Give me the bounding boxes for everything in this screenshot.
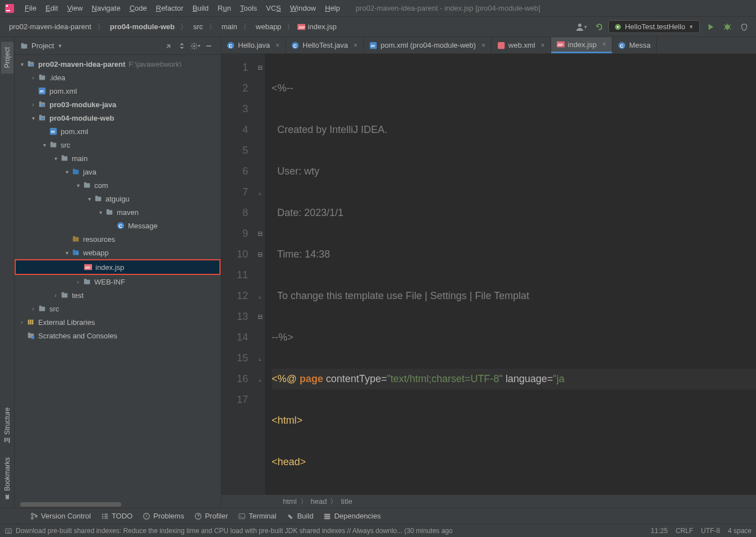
tree-pro04[interactable]: ▾pro04-module-web (15, 111, 221, 125)
status-message[interactable]: Download pre-built shared indexes: Reduc… (4, 527, 651, 535)
ecrumb-html[interactable]: html (283, 497, 297, 506)
tree-main[interactable]: ▾main (15, 152, 221, 165)
svg-rect-2 (6, 10, 10, 11)
tree-java[interactable]: ▾java (15, 165, 221, 178)
tree-scratches[interactable]: Scratches and Consoles (15, 329, 221, 342)
ecrumb-title[interactable]: title (341, 497, 352, 506)
tool-build[interactable]: Build (286, 512, 313, 520)
tree-webapp[interactable]: ▾webapp (15, 246, 221, 259)
close-icon[interactable]: × (276, 42, 280, 49)
user-icon[interactable]: ▾ (575, 21, 587, 33)
crumb-main[interactable]: main (219, 21, 240, 32)
tree-pro03[interactable]: ›pro03-moduke-java (15, 98, 221, 111)
svg-rect-31 (62, 157, 68, 161)
menu-view[interactable]: View (62, 2, 87, 15)
tool-version-control[interactable]: Version Control (30, 512, 91, 520)
menu-navigate[interactable]: Navigate (87, 2, 125, 15)
tool-problems[interactable]: Problems (143, 512, 184, 520)
run-config-selector[interactable]: HelloTest.testHello ▼ (608, 20, 700, 33)
code-content[interactable]: <%-- Created by IntelliJ IDEA. User: wty… (265, 54, 756, 494)
tool-terminal[interactable]: Terminal (238, 512, 276, 520)
run-icon[interactable] (704, 21, 717, 33)
svg-rect-1 (6, 5, 8, 7)
svg-rect-80 (102, 517, 104, 518)
tree-src[interactable]: ▾src (15, 138, 221, 152)
svg-rect-40 (107, 209, 109, 211)
tree-resources[interactable]: resources (15, 232, 221, 246)
tree-atguigu[interactable]: ▾atguigu (15, 192, 221, 205)
tab-index-jsp[interactable]: JSPindex.jsp× (551, 37, 612, 53)
coverage-icon[interactable] (738, 21, 750, 33)
editor-body[interactable]: 1234567891011121314151617 ⊟⌞⊟⊟⌞⊟⌞⌞ <%-- … (221, 54, 756, 494)
svg-rect-81 (104, 517, 108, 518)
close-icon[interactable]: × (541, 42, 545, 49)
menu-refactor[interactable]: Refactor (152, 2, 188, 15)
tree-com[interactable]: ▾com (15, 178, 221, 192)
back-icon[interactable] (592, 21, 604, 33)
menu-build[interactable]: Build (188, 2, 213, 15)
tab-message[interactable]: CMessa (612, 37, 657, 53)
tab-hello-java[interactable]: CHello.java× (221, 37, 286, 53)
tree-webinf[interactable]: ›WEB-INF (15, 275, 221, 288)
svg-rect-79 (104, 516, 108, 517)
menu-help[interactable]: Help (320, 2, 345, 15)
project-scrollbar[interactable] (15, 502, 206, 508)
crumb-src[interactable]: src (191, 21, 205, 32)
status-cursor[interactable]: 11:25 (651, 527, 668, 535)
expand-all-icon[interactable] (176, 40, 188, 52)
tree-src2[interactable]: ›src (15, 302, 221, 315)
tree-extlib[interactable]: ›External Libraries (15, 315, 221, 329)
svg-rect-54 (39, 307, 45, 311)
tab-hellotest-java[interactable]: CHelloTest.java× (286, 37, 364, 53)
svg-text:C: C (620, 43, 624, 48)
close-icon[interactable]: × (354, 42, 358, 49)
menu-vcs[interactable]: VCS (262, 2, 286, 15)
select-opened-icon[interactable] (162, 40, 175, 52)
rail-tab-structure[interactable]: Structure (1, 402, 13, 449)
crumb-module[interactable]: pro04-module-web (108, 21, 177, 32)
tab-web-xml[interactable]: web.xml× (492, 37, 551, 53)
svg-rect-52 (62, 293, 68, 298)
tree-pom2[interactable]: mpom.xml (15, 125, 221, 138)
crumb-root[interactable]: pro02-maven-idea-parent (7, 21, 94, 32)
tool-todo[interactable]: TODO (101, 512, 132, 520)
close-icon[interactable]: × (482, 42, 485, 49)
svg-text:m: m (371, 43, 375, 48)
crumb-file[interactable]: JSP index.jsp (297, 22, 336, 31)
close-icon[interactable]: × (602, 40, 606, 48)
tree-pom1[interactable]: mpom.xml (15, 84, 221, 98)
menu-file[interactable]: File (20, 2, 41, 15)
project-panel: Project ▼ ▾ ▾ pro02-maven-idea-parent F:… (15, 37, 221, 508)
menu-code[interactable]: Code (125, 2, 152, 15)
fold-gutter[interactable]: ⊟⌞⊟⊟⌞⊟⌞⌞ (255, 54, 265, 494)
svg-text:C: C (229, 43, 233, 48)
tree-test[interactable]: ›test (15, 288, 221, 302)
status-encoding[interactable]: UTF-8 (701, 527, 720, 535)
menu-edit[interactable]: Edit (41, 2, 62, 15)
tree-message[interactable]: CMessage (15, 219, 221, 232)
menu-tools[interactable]: Tools (236, 2, 262, 15)
editor-tabs: CHello.java× CHelloTest.java× mpom.xml (… (221, 37, 756, 54)
tree-maven[interactable]: ▾maven (15, 205, 221, 219)
status-eol[interactable]: CRLF (676, 527, 693, 535)
crumb-webapp[interactable]: webapp (254, 21, 284, 32)
project-panel-header: Project ▼ ▾ (15, 37, 221, 55)
rail-tab-bookmarks[interactable]: Bookmarks (1, 452, 13, 506)
status-indent[interactable]: 4 space (728, 527, 752, 535)
tree-idea[interactable]: ›.idea (15, 71, 221, 84)
tool-dependencies[interactable]: Dependencies (323, 512, 381, 520)
ecrumb-head[interactable]: head (311, 497, 327, 506)
project-tree[interactable]: ▾ pro02-maven-idea-parent F:\javawebwork… (15, 55, 221, 502)
svg-rect-50 (84, 280, 90, 284)
tool-profiler[interactable]: Profiler (194, 512, 228, 520)
settings-icon[interactable]: ▾ (189, 40, 201, 52)
hide-icon[interactable] (203, 40, 215, 52)
project-panel-title[interactable]: Project (31, 42, 54, 50)
tab-pom-xml[interactable]: mpom.xml (pro04-module-web)× (364, 37, 492, 53)
rail-tab-project[interactable]: Project (1, 42, 13, 74)
menu-run[interactable]: Run (213, 2, 236, 15)
debug-icon[interactable] (721, 21, 734, 33)
tree-indexjsp[interactable]: JSPindex.jsp (16, 260, 219, 274)
menu-window[interactable]: Window (286, 2, 320, 15)
tree-root[interactable]: ▾ pro02-maven-idea-parent F:\javawebwork… (15, 57, 221, 71)
